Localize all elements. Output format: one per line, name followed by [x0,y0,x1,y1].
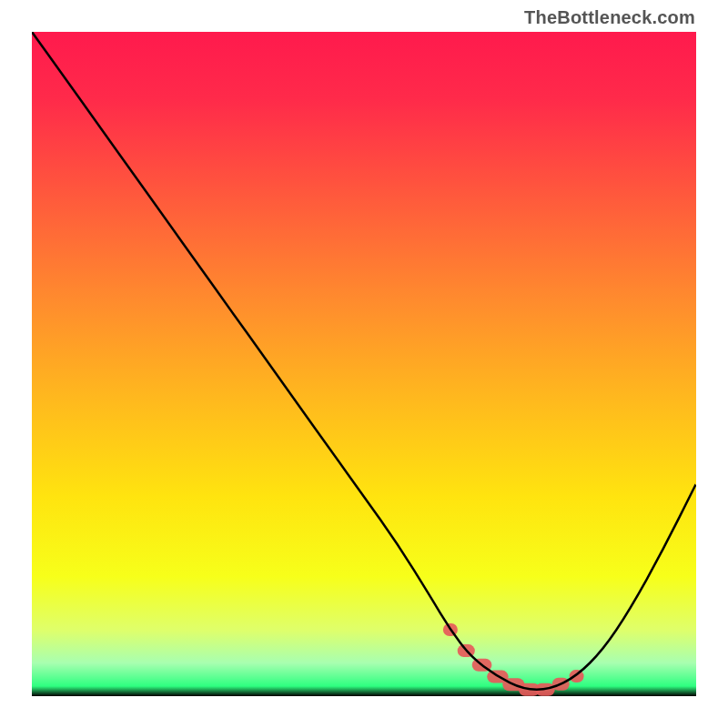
bottleneck-curve [32,32,696,690]
curve-layer [32,32,696,696]
plot-area [32,32,696,696]
chart-container: TheBottleneck.com [0,0,728,728]
watermark-text: TheBottleneck.com [524,7,695,28]
